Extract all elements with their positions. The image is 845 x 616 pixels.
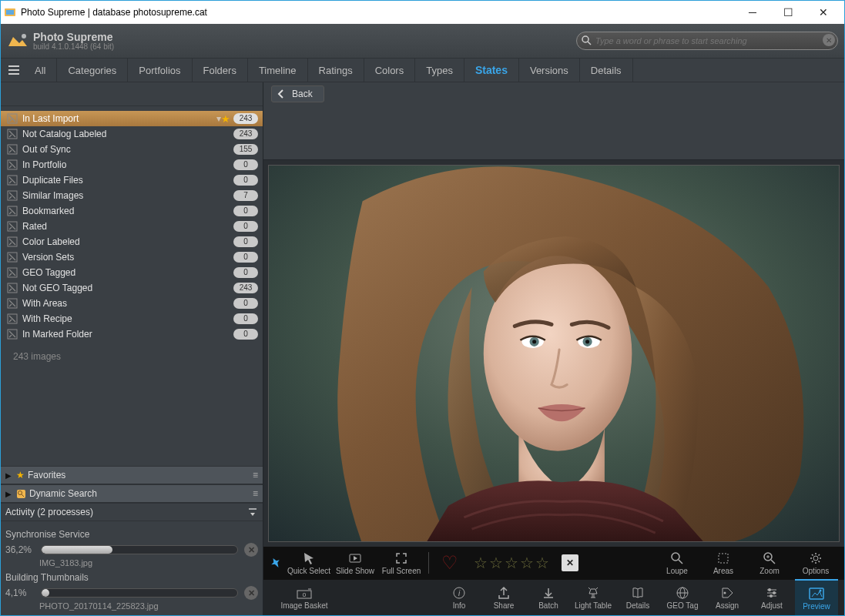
- logo-icon: [7, 32, 29, 49]
- tab-details[interactable]: Details: [580, 59, 633, 82]
- close-button[interactable]: ✕: [806, 1, 841, 24]
- state-item[interactable]: Color Labeled0: [1, 234, 263, 249]
- clear-rating-button[interactable]: ✕: [562, 554, 578, 571]
- activity-panel: Synchronise Service 36,2% ✕ IMG_3183.jpg…: [1, 521, 263, 615]
- rating-stars[interactable]: ☆☆☆☆☆: [474, 554, 549, 572]
- header: Photo Supreme build 4.1.0.1448 (64 bit) …: [1, 24, 844, 58]
- cancel-process-button[interactable]: ✕: [244, 586, 258, 600]
- dynamic-search-label: Dynamic Search: [29, 488, 97, 499]
- state-item[interactable]: Duplicate Files0: [1, 172, 263, 188]
- panel-menu-icon[interactable]: ≡: [253, 488, 258, 499]
- tab-types[interactable]: Types: [415, 59, 464, 82]
- globe-icon: [676, 585, 689, 601]
- sidebar: In Last Import▾★243Not Catalog Labeled24…: [1, 82, 263, 615]
- state-item[interactable]: Bookmarked0: [1, 203, 263, 219]
- cancel-process-button[interactable]: ✕: [244, 543, 258, 557]
- batch-button[interactable]: Batch: [527, 580, 570, 615]
- preview-button[interactable]: Preview: [795, 579, 838, 615]
- activity-panel-head[interactable]: Activity (2 processes): [1, 503, 263, 521]
- star-2[interactable]: ☆: [489, 554, 503, 572]
- state-item[interactable]: Similar Images7: [1, 188, 263, 203]
- svg-line-48: [588, 588, 590, 589]
- state-item[interactable]: Not GEO Tagged243: [1, 280, 263, 296]
- zoom-button[interactable]: Zoom: [747, 547, 792, 579]
- process-percent: 36,2%: [5, 544, 35, 555]
- back-label: Back: [292, 89, 313, 99]
- tab-states[interactable]: States: [464, 59, 519, 82]
- state-item[interactable]: Version Sets0: [1, 249, 263, 265]
- svg-point-36: [672, 553, 679, 561]
- state-item[interactable]: Rated0: [1, 219, 263, 234]
- activity-collapse-icon[interactable]: [247, 507, 258, 517]
- slide-show-button[interactable]: Slide Show: [333, 547, 377, 579]
- tab-timeline[interactable]: Timeline: [248, 59, 308, 82]
- share-icon: [497, 585, 511, 601]
- quick-select-button[interactable]: Quick Select: [287, 547, 331, 579]
- tab-versions[interactable]: Versions: [519, 59, 580, 82]
- preview-image[interactable]: [268, 165, 840, 542]
- state-item[interactable]: In Portfolio0: [1, 157, 263, 172]
- basket-icon: 0: [296, 585, 313, 601]
- adjust-button[interactable]: Adjust: [750, 580, 793, 615]
- minimize-button[interactable]: ─: [735, 1, 770, 24]
- assign-button[interactable]: Assign: [706, 580, 749, 615]
- areas-icon: [716, 551, 730, 566]
- back-button[interactable]: Back: [271, 85, 324, 102]
- svg-point-59: [770, 594, 773, 598]
- state-item[interactable]: GEO Tagged0: [1, 265, 263, 280]
- zoom-icon: [763, 551, 776, 566]
- state-item[interactable]: With Areas0: [1, 296, 263, 311]
- favorite-button[interactable]: ♡: [441, 552, 458, 574]
- full-screen-button[interactable]: Full Screen: [379, 547, 424, 579]
- progress-bar: [41, 588, 238, 598]
- tab-colors[interactable]: Colors: [364, 59, 416, 82]
- process-name: Building Thumbnails: [5, 572, 258, 583]
- image-basket-button[interactable]: 0 Image Basket: [270, 580, 339, 615]
- process-percent: 4,1%: [5, 588, 35, 598]
- play-icon: [348, 551, 362, 566]
- svg-line-49: [596, 588, 598, 589]
- tab-ratings[interactable]: Ratings: [308, 59, 364, 82]
- loupe-button[interactable]: Loupe: [655, 547, 699, 579]
- state-item[interactable]: In Marked Folder0: [1, 326, 263, 342]
- star-5[interactable]: ☆: [535, 554, 549, 572]
- light-table-button[interactable]: Light Table: [572, 580, 615, 615]
- process-name: Synchronise Service: [5, 529, 258, 540]
- geo-tag-button[interactable]: GEO Tag: [661, 580, 704, 615]
- star-1[interactable]: ☆: [474, 554, 488, 572]
- loupe-icon: [670, 551, 684, 566]
- state-item[interactable]: Not Catalog Labeled243: [1, 126, 263, 142]
- menu-button[interactable]: [4, 59, 24, 82]
- svg-text:i: i: [458, 589, 461, 598]
- panel-menu-icon[interactable]: ≡: [253, 470, 258, 480]
- svg-point-34: [585, 340, 589, 343]
- share-button[interactable]: Share: [482, 580, 525, 615]
- areas-button[interactable]: Areas: [701, 547, 746, 579]
- star-3[interactable]: ☆: [505, 554, 518, 572]
- pin-icon[interactable]: [270, 557, 285, 569]
- details-button[interactable]: Details: [616, 580, 659, 615]
- search-input[interactable]: [576, 32, 838, 50]
- tab-folders[interactable]: Folders: [193, 59, 248, 82]
- favorites-label: Favorites: [28, 470, 65, 480]
- state-item[interactable]: With Recipe0: [1, 311, 263, 326]
- state-item[interactable]: In Last Import▾★243: [1, 111, 263, 126]
- star-4[interactable]: ☆: [520, 554, 534, 572]
- dynamic-search-panel[interactable]: ▶ Dynamic Search ≡: [1, 484, 263, 503]
- tab-categories[interactable]: Categories: [57, 59, 128, 82]
- svg-point-61: [820, 590, 822, 592]
- tab-all[interactable]: All: [24, 59, 57, 82]
- tab-portfolios[interactable]: Portfolios: [128, 59, 192, 82]
- svg-text:0: 0: [303, 591, 307, 598]
- state-item[interactable]: Out of Sync155: [1, 142, 263, 157]
- activity-title: Activity (2 processes): [5, 507, 93, 517]
- info-button[interactable]: i Info: [438, 580, 481, 615]
- maximize-button[interactable]: ☐: [770, 1, 806, 24]
- fullscreen-icon: [394, 551, 408, 566]
- clear-search-button[interactable]: ✕: [823, 34, 835, 46]
- options-button[interactable]: Options: [793, 547, 838, 579]
- favorites-panel[interactable]: ▶ ★ Favorites ≡: [1, 466, 263, 484]
- book-icon: [631, 585, 645, 601]
- svg-line-37: [679, 560, 682, 564]
- app-build: build 4.1.0.1448 (64 bit): [33, 43, 114, 51]
